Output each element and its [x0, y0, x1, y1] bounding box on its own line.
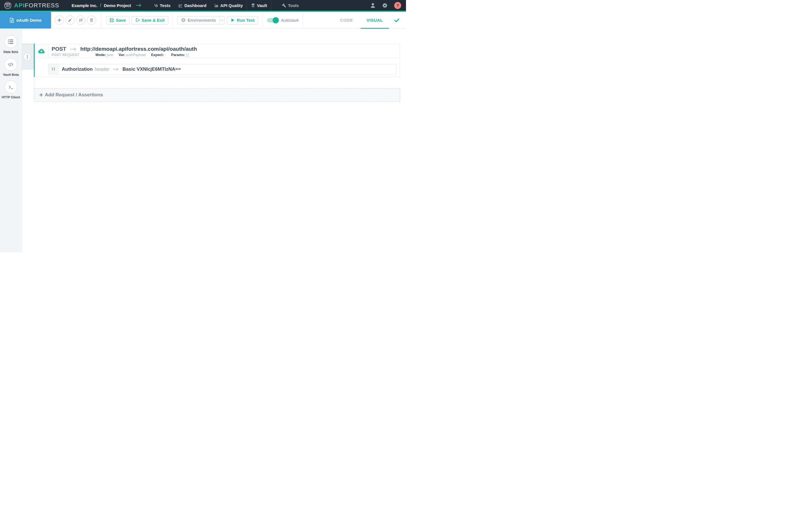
meta-value: - — [165, 53, 166, 57]
toggle-knob — [273, 17, 279, 23]
meta-value: authPayload — [126, 53, 146, 57]
nav-item-vault[interactable]: Vault — [247, 0, 271, 11]
request-url: http://demoapi.apifortress.com/api/oauth… — [80, 46, 197, 52]
meta-value: json — [107, 53, 113, 57]
toolbar-divider — [172, 12, 172, 29]
list-icon — [8, 39, 13, 45]
wrench-icon — [282, 3, 286, 8]
meta-label: Var: — [119, 53, 125, 57]
delete-component-button[interactable] — [87, 15, 96, 25]
document-icon — [10, 18, 14, 23]
nav-item-api-quality[interactable]: API Quality — [210, 0, 247, 11]
nav-label: Vault — [257, 3, 267, 8]
composer-toolbar: oAuth Demo Save Save & Exit Environments — [0, 12, 406, 29]
arrow-right-icon — [113, 67, 119, 71]
sidebar-item-vault-beta[interactable]: Vault Beta — [3, 58, 19, 76]
brand-name: APIFORTRESS — [14, 2, 59, 9]
data-sets-button[interactable] — [4, 35, 17, 48]
breadcrumb-company[interactable]: Example Inc. — [71, 3, 98, 8]
nav-label: Dashboard — [185, 3, 206, 8]
tab-visual[interactable]: VISUAL — [361, 12, 389, 29]
nav-label: Tools — [288, 3, 299, 8]
environments-dropdown[interactable]: Environments — [177, 16, 224, 24]
trash-icon — [89, 18, 94, 22]
save-exit-label: Save & Exit — [142, 18, 165, 22]
request-summary: POST http://demoapi.apifortress.com/api/… — [49, 44, 197, 58]
sidebar-item-data-sets[interactable]: Data Sets — [3, 35, 18, 54]
save-button[interactable]: Save — [106, 16, 130, 24]
add-component-button[interactable] — [55, 15, 64, 25]
breadcrumb-separator: / — [100, 3, 101, 8]
play-icon — [231, 18, 235, 22]
http-client-button[interactable] — [4, 80, 17, 94]
swap-icon — [79, 18, 83, 22]
stethoscope-icon — [154, 3, 158, 8]
environments-label: Environments — [188, 18, 216, 22]
line-chart-icon — [179, 3, 183, 8]
toolbar-divider — [303, 12, 303, 29]
test-tab-label: oAuth Demo — [16, 18, 42, 22]
meta-value: [:] — [186, 53, 189, 57]
arrow-right-icon — [70, 47, 77, 51]
arrow-right-icon — [136, 3, 142, 7]
request-type-label: POST REQUEST — [52, 53, 80, 57]
add-request-label: Add Request / Assertions — [45, 92, 103, 98]
header-row-authorization[interactable]: H Authorization header Basic VXNlcjE6MTI… — [48, 64, 397, 75]
floppy-icon — [110, 18, 114, 22]
plus-icon — [57, 18, 61, 22]
meta-label: Mode: — [96, 53, 106, 57]
nav-menu: Tests Dashboard API Quality Vault Tools — [150, 0, 303, 11]
composer-canvas: POST http://demoapi.apifortress.com/api/… — [22, 29, 406, 252]
sidebar-item-label: Data Sets — [3, 50, 18, 54]
nav-label: Tests — [160, 3, 170, 8]
request-meta: Mode:json Var:authPayload Expect:- Param… — [96, 53, 189, 57]
cloud-download-icon — [38, 48, 45, 55]
sidebar-item-http-client[interactable]: HTTP Client — [2, 80, 20, 99]
pencil-icon — [68, 18, 72, 22]
header-body: Authorization header Basic VXNlcjE6MTIzN… — [59, 64, 181, 74]
breadcrumb-project[interactable]: Demo Project — [104, 3, 131, 8]
breadcrumb: Example Inc. / Demo Project — [71, 3, 142, 8]
top-nav: APIFORTRESS Example Inc. / Demo Project … — [0, 0, 406, 12]
meta-label: Expect: — [151, 53, 164, 57]
run-test-label: Run Test — [237, 18, 255, 22]
bar-chart-icon — [214, 3, 218, 8]
environments-main: Environments — [178, 16, 219, 24]
autosave-label: Autosave — [281, 18, 299, 22]
save-label: Save — [116, 18, 126, 22]
meta-label: Params: — [171, 53, 185, 57]
add-request-assertions-button[interactable]: Add Request / Assertions — [34, 88, 400, 102]
save-exit-button[interactable]: Save & Exit — [132, 16, 168, 24]
nav-item-dashboard[interactable]: Dashboard — [174, 0, 210, 11]
terminal-icon — [8, 84, 14, 90]
code-icon — [8, 62, 13, 67]
header-kind: header — [95, 66, 110, 72]
globe-icon — [181, 18, 186, 22]
validation-check-icon — [394, 17, 400, 23]
swap-component-button[interactable] — [76, 15, 86, 25]
sidebar-item-label: Vault Beta — [3, 73, 19, 76]
post-request-component: POST http://demoapi.apifortress.com/api/… — [35, 44, 400, 77]
component-menu-button[interactable] — [23, 53, 31, 61]
database-icon — [251, 3, 255, 8]
environments-caret[interactable] — [219, 16, 224, 24]
plus-icon — [39, 93, 43, 97]
edit-component-button[interactable] — [65, 15, 75, 25]
vault-beta-button[interactable] — [4, 58, 17, 71]
user-icon[interactable] — [370, 3, 376, 8]
tab-code[interactable]: CODE — [333, 12, 361, 29]
run-test-button[interactable]: Run Test — [227, 16, 258, 24]
header-value: Basic VXNlcjE6MTIzNA== — [122, 66, 181, 72]
help-icon[interactable]: ? — [394, 2, 401, 9]
help-glyph: ? — [396, 3, 399, 8]
left-sidebar: Data Sets Vault Beta HTTP Client — [0, 29, 22, 252]
test-tab-oauth-demo[interactable]: oAuth Demo — [0, 12, 51, 29]
request-row[interactable]: POST http://demoapi.apifortress.com/api/… — [35, 44, 400, 58]
header-badge: H — [49, 64, 59, 74]
gear-icon[interactable] — [382, 3, 388, 8]
brand-logo[interactable]: APIFORTRESS — [4, 2, 59, 9]
nav-item-tests[interactable]: Tests — [150, 0, 174, 11]
autosave-toggle[interactable] — [267, 18, 278, 22]
nav-item-tools[interactable]: Tools — [278, 0, 303, 11]
drop-zone-connector — [34, 77, 34, 88]
